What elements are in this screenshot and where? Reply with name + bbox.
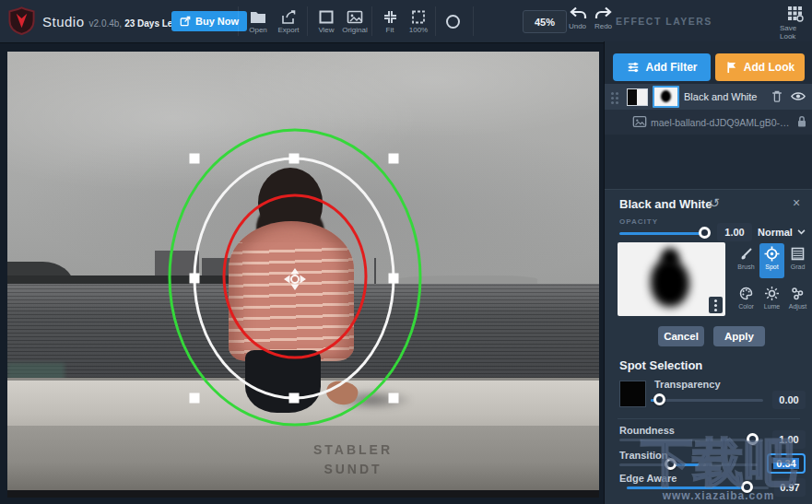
layer-row-image[interactable]: mael-balland-dJDQ9AMLgB0-unsplash.j... [605,110,812,135]
effect-layers-panel: Add Filter Add Look Black and White mael… [604,41,812,504]
chevron-down-icon [797,229,806,235]
export-label: Export [277,26,299,34]
zoom-level-box[interactable]: 45% [523,10,567,33]
add-look-button[interactable]: Add Look [715,53,805,81]
eye-icon[interactable] [791,90,806,102]
transition-value-input[interactable]: 0.34 [767,453,806,474]
view-button[interactable]: View [311,6,342,37]
brush-label: Brush [737,264,754,270]
buy-now-label: Buy Now [195,16,239,27]
section-divider [618,418,800,419]
reset-icon[interactable]: ↺ [709,195,720,210]
original-label: Original [342,26,368,34]
spot-target-icon [764,246,780,262]
zoom-100-icon [411,10,426,24]
adjust-tool[interactable]: Adjust [785,283,810,318]
save-look-button[interactable]: Save Look [780,6,810,41]
transition-slider[interactable] [619,458,758,471]
layer-name: Black and White [684,91,757,102]
transparency-slider[interactable] [651,393,763,406]
buy-now-icon [180,16,191,27]
drag-handle-icon[interactable] [611,92,614,95]
edge-aware-slider[interactable] [627,481,769,494]
grad-tool[interactable]: Grad [785,243,810,278]
toolbar-divider [307,6,308,36]
edge-aware-value[interactable]: 0.97 [774,478,806,497]
lume-label: Lume [764,303,781,310]
view-icon [319,10,334,24]
mask-color-swatch[interactable] [619,381,646,407]
effect-layers-header: EFFECT LAYERS [616,16,712,27]
opacity-value[interactable]: 1.00 [717,223,752,241]
filter-settings-card: Black and White ↺ × OPACITY 1.00 Normal … [605,189,812,504]
mask-preview[interactable] [618,242,725,316]
open-label: Open [249,26,267,34]
brush-tool[interactable]: Brush [734,243,759,278]
blend-mode-dropdown[interactable]: Normal [758,223,806,241]
redo-label: Redo [594,22,612,30]
apply-button[interactable]: Apply [713,326,765,346]
redo-button[interactable]: Redo [591,6,616,30]
folder-icon [250,10,266,24]
lume-tool[interactable]: Lume [759,283,784,318]
mask-blob [661,248,679,268]
transparency-label: Transparency [654,379,721,390]
open-button[interactable]: Open [242,6,274,37]
spot-label: Spot [765,264,778,270]
export-icon [281,10,297,24]
trash-icon[interactable] [771,89,783,103]
undo-button[interactable]: Undo [565,6,590,30]
add-filter-icon [627,61,640,74]
mask-outer-ellipse [170,130,420,425]
spot-tool[interactable]: Spot [759,243,784,278]
buy-now-button[interactable]: Buy Now [171,11,247,31]
color-label: Color [738,303,754,310]
lock-icon[interactable] [796,115,807,128]
spot-mask-overlay[interactable] [7,52,599,498]
add-filter-label: Add Filter [646,61,698,74]
palette-icon [738,286,754,301]
original-icon [347,10,363,24]
export-button[interactable]: Export [273,6,304,37]
add-look-label: Add Look [744,61,794,74]
mask-center-move-icon [284,268,306,290]
color-tool[interactable]: Color [734,283,759,318]
original-button[interactable]: Original [339,6,371,37]
add-filter-button[interactable]: Add Filter [613,53,711,81]
canvas-photo[interactable]: STABLER SUNDT [7,52,599,498]
adjust-knobs-icon [790,286,806,301]
app-name: Studio [42,14,85,29]
luminosity-icon [764,286,780,301]
brush-icon [738,246,754,262]
filter-thumbnail[interactable] [627,88,648,106]
cancel-button[interactable]: Cancel [658,326,704,346]
circle-tool-icon[interactable] [446,15,460,29]
image-layer-icon [632,115,647,128]
top-toolbar: Studiov2.0.4b,23 Days Left in Trial Buy … [0,0,812,43]
view-label: View [318,26,334,34]
transparency-value[interactable]: 0.00 [772,391,806,409]
app-version: v2.0.4b, [89,18,123,29]
undo-label: Undo [569,22,586,30]
spot-selection-title: Spot Selection [619,358,702,372]
roundness-slider[interactable] [619,433,763,446]
opacity-slider[interactable] [619,227,708,240]
mask-menu-button[interactable] [709,297,723,313]
close-icon[interactable]: × [793,195,800,210]
zoom-100-button[interactable]: 100% [403,6,434,37]
layer-row-black-and-white[interactable]: Black and White [605,84,812,110]
gradient-icon [790,246,806,262]
blend-mode-value: Normal [758,227,793,238]
filter-title: Black and White [619,197,712,211]
redo-icon [594,6,613,21]
add-look-icon [725,61,737,74]
fit-label: Fit [386,26,394,34]
fit-button[interactable]: Fit [374,6,406,37]
grad-label: Grad [791,264,806,270]
toolbar-divider [435,6,436,36]
save-look-icon [787,6,804,22]
opacity-label: OPACITY [619,217,658,226]
mask-thumbnail[interactable] [653,86,679,108]
roundness-value[interactable]: 1.00 [772,430,806,449]
toolbar-divider [238,6,239,36]
